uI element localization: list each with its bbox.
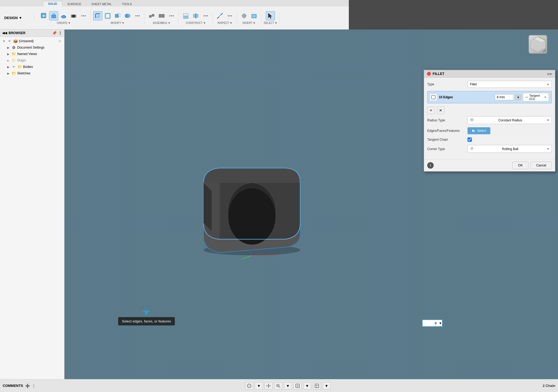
eye-icon-bodies[interactable]: 👁: [11, 64, 16, 69]
tree-arrow-docsettings: ▶: [6, 46, 10, 49]
rigid-group-icon[interactable]: [157, 11, 166, 20]
inspect-label[interactable]: INSPECT ▼: [218, 21, 232, 24]
toolbar-group-insert: A INSERT ▼: [237, 11, 261, 24]
offset-plane-icon[interactable]: [181, 11, 190, 20]
more-assemble-icon[interactable]: [167, 11, 176, 20]
svg-rect-19: [149, 15, 151, 17]
svg-rect-32: [196, 14, 198, 17]
extrude-icon[interactable]: [49, 11, 58, 20]
tab-tools[interactable]: TOOLS: [117, 1, 137, 6]
more-construct-icon[interactable]: [201, 11, 210, 20]
toolbar-group-modify: MODIFY ▼: [91, 11, 144, 24]
tree-arrow-sketches: ▶: [6, 72, 10, 75]
modify-label[interactable]: MODIFY ▼: [111, 21, 125, 24]
more-create-icon[interactable]: [79, 11, 88, 20]
design-label: DESIGN: [4, 16, 18, 20]
radio-icon-unsaved: ⊙: [57, 39, 62, 43]
design-dropdown-arrow: ▼: [19, 16, 22, 20]
folder-icon-bodies: 📁: [17, 64, 22, 69]
svg-point-9: [83, 15, 84, 16]
tree-item-named-views[interactable]: ▶ 📁 Named Views: [0, 51, 64, 57]
joint-icon[interactable]: [147, 11, 156, 20]
svg-text:A: A: [253, 15, 255, 17]
tree-label-origin: Origin: [17, 59, 62, 62]
component-icon: 📦: [13, 39, 18, 43]
browser-resize-handle[interactable]: ⋮: [58, 31, 62, 35]
svg-rect-22: [159, 14, 161, 17]
svg-point-34: [205, 15, 206, 16]
tab-sheet-metal[interactable]: SHEET METAL: [86, 1, 117, 6]
select-cursor-icon[interactable]: [266, 11, 275, 20]
folder-icon-origin: 📁: [11, 58, 16, 63]
svg-point-15: [126, 14, 130, 18]
tree-item-origin[interactable]: ▶ 📁 Origin: [0, 57, 64, 64]
svg-point-16: [135, 15, 136, 16]
svg-point-27: [173, 15, 174, 16]
svg-marker-45: [268, 13, 272, 19]
browser-content: ▼ 👁 📦 (Unsaved) ⊙ ▶ ⚙ Document Settings …: [0, 37, 64, 245]
tree-item-document-settings[interactable]: ▶ ⚙ Document Settings: [0, 44, 64, 51]
svg-rect-29: [183, 14, 188, 16]
folder-icon-sketches: 📁: [11, 71, 16, 76]
tree-arrow-unsaved: ▼: [2, 40, 6, 43]
svg-line-38: [221, 13, 223, 15]
gear-icon: ⚙: [11, 45, 16, 50]
viewport[interactable]: ➤ Select edges, faces, or features ▼: [64, 30, 349, 245]
svg-rect-11: [105, 13, 110, 18]
insert-mesh-icon[interactable]: [240, 11, 249, 20]
svg-marker-4: [52, 13, 56, 15]
decal-icon[interactable]: A: [249, 11, 259, 20]
fillet-icon[interactable]: [93, 11, 102, 20]
eye-icon-unsaved[interactable]: 👁: [7, 39, 12, 43]
more-inspect-icon[interactable]: [225, 11, 234, 20]
svg-rect-23: [162, 14, 164, 17]
svg-point-26: [171, 15, 172, 16]
tree-label-named-views: Named Views: [17, 52, 62, 56]
browser-panel: ◀◀ BROWSER 📌 ⋮ ▼ 👁 📦 (Unsaved) ⊙ ▶ ⚙ Doc…: [0, 30, 64, 245]
toolbar-group-construct: CONSTRUCT ▼: [179, 11, 213, 24]
browser-pin-icon[interactable]: 📌: [52, 31, 57, 35]
scale-icon[interactable]: [113, 11, 122, 20]
svg-point-48: [228, 188, 276, 245]
toolbar-group-assemble: ASSEMBLE ▼: [145, 11, 179, 24]
svg-rect-31: [193, 14, 195, 17]
svg-line-37: [217, 17, 219, 19]
tab-surface[interactable]: SURFACE: [62, 1, 86, 6]
measure-icon[interactable]: [215, 11, 224, 20]
svg-point-8: [81, 15, 82, 16]
browser-header: ◀◀ BROWSER 📌 ⋮: [0, 30, 64, 37]
select-label[interactable]: SELECT ▼: [264, 21, 277, 24]
browser-collapse-icon[interactable]: ◀◀: [2, 31, 7, 35]
folder-icon-namedviews: 📁: [11, 52, 16, 56]
construct-label[interactable]: CONSTRUCT ▼: [186, 21, 206, 24]
shell-icon[interactable]: [103, 11, 112, 20]
svg-rect-42: [242, 14, 246, 17]
tree-label-unsaved: (Unsaved): [19, 39, 56, 43]
more-modify-icon[interactable]: [133, 11, 142, 20]
tree-item-sketches[interactable]: ▶ 📁 Sketches: [0, 70, 64, 77]
tree-label-document-settings: Document Settings: [17, 46, 62, 49]
hole-icon[interactable]: [69, 11, 78, 20]
revolve-icon[interactable]: [59, 11, 68, 20]
svg-point-39: [228, 15, 229, 16]
model-canvas: [187, 148, 316, 245]
combine-icon[interactable]: [123, 11, 132, 20]
midplane-icon[interactable]: [191, 11, 200, 20]
tree-arrow-bodies: ▶: [6, 66, 10, 68]
svg-point-17: [137, 15, 138, 16]
tree-item-unsaved[interactable]: ▼ 👁 📦 (Unsaved) ⊙: [0, 38, 64, 44]
assemble-label[interactable]: ASSEMBLE ▼: [153, 21, 171, 24]
svg-point-25: [169, 15, 171, 16]
tree-label-sketches: Sketches: [17, 71, 62, 75]
insert-label[interactable]: INSERT ▼: [242, 21, 255, 24]
toolbar-group-create: CREATE ▼: [37, 11, 90, 24]
new-component-icon[interactable]: [39, 11, 48, 20]
tree-item-bodies[interactable]: ▶ 👁 📁 Bodies: [0, 64, 64, 70]
toolbar-group-select: SELECT ▼: [262, 11, 280, 24]
design-button[interactable]: DESIGN ▼: [2, 15, 34, 21]
tab-solid[interactable]: SOLID: [43, 1, 62, 6]
svg-rect-20: [152, 14, 154, 16]
create-label[interactable]: CREATE ▼: [57, 21, 71, 24]
svg-point-41: [231, 15, 232, 16]
browser-title: BROWSER: [9, 31, 26, 35]
